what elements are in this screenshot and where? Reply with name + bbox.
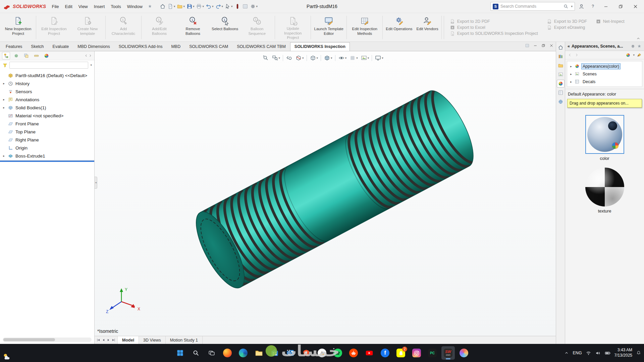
filter-caret-icon[interactable]: ▾ — [90, 64, 92, 67]
file-explorer-tab-icon[interactable] — [557, 62, 565, 69]
doc-restore-icon[interactable] — [541, 43, 546, 48]
next-tab-icon[interactable] — [106, 338, 111, 342]
pane-appearance-icon[interactable] — [626, 53, 631, 58]
pane-forward-icon[interactable] — [574, 53, 579, 57]
print-icon[interactable]: ▾ — [195, 2, 205, 10]
tab-solidworks-inspection[interactable]: SOLIDWORKS Inspection — [290, 42, 350, 51]
tree-item-origin[interactable]: Origin — [0, 144, 94, 152]
pane-options-icon[interactable] — [631, 44, 635, 49]
menu-tools[interactable]: Tools — [108, 2, 124, 11]
save-icon[interactable]: ▾ — [186, 2, 195, 10]
expand-arrow-icon[interactable]: ▸ — [569, 80, 573, 83]
redo-icon[interactable]: ▾ — [215, 2, 224, 10]
resources-tab-icon[interactable] — [557, 44, 565, 51]
tree-item-material-not-specified-[interactable]: Material <not specified> — [0, 112, 94, 120]
view-settings-icon[interactable]: ▾ — [374, 54, 384, 62]
tree-item-sensors[interactable]: Sensors — [0, 87, 94, 96]
propertymanager-tab-icon[interactable] — [12, 52, 20, 59]
help-icon[interactable]: ? — [588, 1, 598, 11]
bottom-tab-motion-study-1[interactable]: Motion Study 1 — [166, 336, 203, 344]
pane-collapse-icon[interactable]: « — [568, 44, 570, 49]
pane-item-scenes[interactable]: ▸Scenes — [568, 70, 641, 78]
clock[interactable]: 3:43 AM 7/13/2025 — [614, 348, 632, 358]
tab-evaluate[interactable]: Evaluate — [48, 42, 73, 51]
doc-minimize-icon[interactable] — [533, 43, 538, 48]
pane-left-icon[interactable] — [84, 54, 88, 58]
bottom-tab-model[interactable]: Model — [118, 336, 139, 344]
edge-icon[interactable] — [236, 346, 250, 360]
ribbon-button-edit-vendors[interactable]: Edit Vendors — [415, 14, 440, 41]
zoom-to-area-icon[interactable]: ▾ — [271, 54, 281, 62]
tree-item-front-plane[interactable]: Front Plane — [0, 120, 94, 128]
widgets-button[interactable] — [3, 353, 10, 360]
design-table-icon[interactable] — [241, 2, 249, 10]
expand-arrow-icon[interactable]: ▸ — [2, 82, 6, 85]
view-orientation-icon[interactable]: ▾ — [309, 54, 319, 62]
color-appearance-thumbnail[interactable] — [585, 115, 624, 154]
inspection-capsule-icon[interactable] — [234, 2, 241, 10]
configurationmanager-tab-icon[interactable] — [22, 52, 30, 59]
displaymanager-tab-icon[interactable] — [42, 52, 50, 59]
view-palette-tab-icon[interactable] — [557, 71, 565, 78]
apply-scene-icon[interactable]: ▾ — [360, 54, 370, 62]
forum-tab-icon[interactable] — [557, 98, 565, 106]
pane-item-appearances-color-[interactable]: ▸Appearances(color) — [568, 62, 641, 70]
tree-item-history[interactable]: ▸History — [0, 79, 94, 87]
menu-pin-icon[interactable] — [146, 4, 154, 9]
tree-root[interactable]: Part9-studM16 (Default) <<Default> — [0, 71, 94, 79]
filter-input[interactable] — [9, 62, 88, 69]
microsoft-store-icon[interactable] — [268, 346, 281, 360]
file-explorer-icon[interactable] — [252, 346, 266, 360]
featuremanager-tab-icon[interactable] — [2, 52, 10, 59]
new-document-icon[interactable]: ▾ — [167, 2, 176, 10]
notification-icon[interactable] — [636, 350, 641, 356]
texture-appearance-thumbnail[interactable] — [585, 168, 624, 206]
hide-show-items-icon[interactable]: ▾ — [337, 54, 348, 62]
design-library-tab-icon[interactable] — [557, 53, 565, 60]
last-tab-icon[interactable] — [111, 338, 116, 342]
menu-window[interactable]: Window — [124, 2, 146, 11]
tree-item-solid-bodies-1-[interactable]: ▸Solid Bodies(1) — [0, 104, 94, 112]
menu-insert[interactable]: Insert — [91, 2, 108, 11]
previous-view-icon[interactable] — [285, 54, 293, 62]
account-icon[interactable] — [576, 1, 586, 11]
pane-pin-icon[interactable] — [637, 44, 642, 49]
section-view-icon[interactable]: ▾ — [294, 54, 305, 62]
instagram-icon[interactable] — [410, 346, 423, 360]
threaded-stud-model[interactable] — [95, 51, 556, 336]
paint-icon[interactable] — [457, 346, 471, 360]
brave-icon[interactable] — [300, 346, 313, 360]
tab-sketch[interactable]: Sketch — [26, 42, 48, 51]
dimxpertmanager-tab-icon[interactable] — [32, 52, 40, 59]
graphics-viewport[interactable]: ▾▾▾▾▾▾▾▾ Y X Z *Isometric — [95, 51, 556, 336]
menu-edit[interactable]: Edit — [62, 2, 75, 11]
bottom-tab-3d-views[interactable]: 3D Views — [139, 336, 166, 344]
ribbon-button-launch-template-editor[interactable]: Launch Template Editor — [312, 14, 345, 41]
expand-arrow-icon[interactable]: ▸ — [569, 65, 573, 68]
display-style-icon[interactable]: ▾ — [323, 54, 333, 62]
youtube-icon[interactable] — [363, 346, 376, 360]
undo-icon[interactable]: ▾ — [205, 2, 214, 10]
pane-appearance-caret[interactable]: ▾ — [633, 54, 635, 57]
snapchat-icon[interactable]: 2 — [394, 346, 408, 360]
filter-icon[interactable] — [2, 63, 8, 68]
wifi-icon[interactable] — [586, 350, 591, 356]
minimize-button[interactable] — [599, 1, 612, 12]
select-tool-icon[interactable]: ▾ — [224, 2, 233, 10]
pane-back-icon[interactable] — [568, 53, 572, 57]
ribbon-button-edit-inspection-methods[interactable]: Edit Inspection Methods — [348, 14, 381, 41]
ribbon-button-select-balloons[interactable]: 1Select Balloons — [210, 14, 240, 41]
tree-item-annotations[interactable]: ▸Annotations — [0, 96, 94, 104]
pane-right-icon[interactable] — [88, 54, 92, 58]
pane-item-decals[interactable]: ▸Decals — [568, 78, 641, 85]
facebook-icon[interactable]: f — [378, 346, 392, 360]
first-tab-icon[interactable] — [96, 338, 101, 342]
language-indicator[interactable]: ENG — [573, 351, 582, 355]
ribbon-button-remove-balloons[interactable]: 1Remove Balloons — [176, 14, 210, 41]
tree-item-boss-extrude1[interactable]: ▸Boss-Extrude1 — [0, 152, 94, 160]
custom-properties-tab-icon[interactable] — [557, 89, 565, 97]
tray-overflow-icon[interactable] — [564, 350, 569, 356]
tab-mbd[interactable]: MBD — [167, 42, 185, 51]
ribbon-button-edit-operations[interactable]: Edit Operations — [384, 14, 414, 41]
taskbar-search-button[interactable] — [189, 346, 203, 360]
